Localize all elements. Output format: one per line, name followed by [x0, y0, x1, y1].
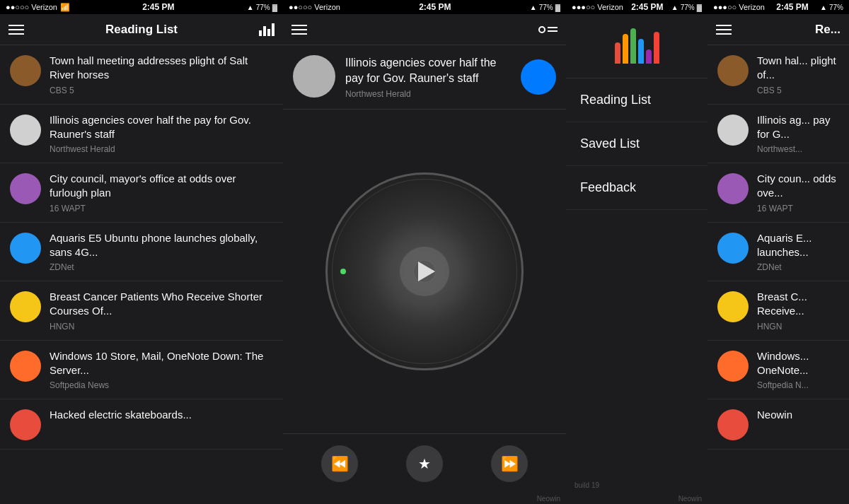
news-headline: Illinois agencies cover half the pay for…	[50, 113, 273, 142]
panel-reading: ●●○○○ Verizon 📶 2:45 PM ▲ 77% ▓ Reading …	[0, 0, 283, 504]
status-left-1: ●●○○○ Verizon 📶	[6, 3, 70, 12]
reading-list: Town hall meeting addresses plight of Sa…	[0, 45, 283, 504]
list-item[interactable]: City coun... odds ove... 16 WAPT	[708, 163, 849, 223]
list-item[interactable]: Illinois ag... pay for G... Northwest...	[708, 105, 849, 164]
wifi-icon-1: 📶	[60, 3, 70, 12]
neowin-badge-menu: Neowin	[566, 493, 708, 504]
bar-chart-icon[interactable]	[259, 23, 275, 36]
play-button[interactable]	[400, 247, 449, 296]
menu-item-feedback[interactable]: Feedback	[566, 166, 708, 210]
news-text: Aquaris E... launches... ZDNet	[757, 231, 839, 273]
avatar	[717, 291, 749, 322]
news-headline: Aquaris E... launches...	[757, 231, 839, 260]
list-item[interactable]: Hacked electric skateboards...	[0, 399, 283, 450]
status-bar-2: ●●○○○ Verizon 2:45 PM ▲ 77% ▓	[283, 0, 566, 14]
menu-items: Reading List Saved List Feedback	[566, 78, 708, 477]
news-source: HNGN	[50, 322, 273, 332]
avatar	[717, 55, 749, 86]
battery-icon-2: ▓	[555, 4, 560, 11]
news-source: ZDNet	[757, 262, 839, 272]
carrier-4: ●●●○○ Verizon	[713, 3, 765, 11]
news-source: CBS 5	[757, 86, 839, 95]
avatar	[717, 351, 749, 382]
bt-icon-2: ▲	[530, 4, 537, 11]
news-source: 16 WAPT	[757, 204, 839, 213]
news-text: City council, mayor's office at odds ove…	[50, 172, 273, 213]
logo-bar	[615, 42, 620, 64]
rewind-button[interactable]: ⏪	[321, 445, 358, 482]
battery-4: 77%	[829, 4, 843, 11]
news-source: HNGN	[757, 322, 839, 332]
panel-player: ●●○○○ Verizon 2:45 PM ▲ 77% ▓ Illinois a…	[283, 0, 566, 504]
menu-item-saved-list[interactable]: Saved List	[566, 122, 708, 166]
news-headline: Windows... OneNote...	[757, 349, 839, 378]
fast-forward-button[interactable]: ⏩	[491, 445, 528, 482]
player-controls: ⏪ ★ ⏩	[283, 433, 566, 493]
news-headline: Windows 10 Store, Mail, OneNote Down: Th…	[50, 349, 273, 378]
news-headline: Aquaris E5 Ubuntu phone launches globall…	[50, 231, 273, 260]
news-text: Illinois agencies cover half the pay for…	[50, 113, 273, 155]
avatar	[10, 55, 41, 86]
news-source: Softpedia News	[50, 380, 273, 390]
list-item[interactable]: City council, mayor's office at odds ove…	[0, 163, 283, 223]
news-headline: Illinois ag... pay for G...	[757, 113, 839, 142]
logo-bar	[623, 34, 628, 64]
news-text: Windows... OneNote... Softpedia N...	[757, 349, 839, 391]
avatar	[10, 351, 41, 382]
status-right-3: ▲ 77% ▓	[671, 4, 702, 11]
carrier-2: ●●○○○ Verizon	[289, 3, 340, 11]
view-toggle-icon[interactable]	[538, 26, 558, 33]
avatar	[10, 115, 41, 146]
bt-icon-4: ▲	[820, 4, 827, 11]
avatar	[10, 173, 41, 204]
news-text: Illinois ag... pay for G... Northwest...	[757, 113, 839, 155]
menu-button-2[interactable]	[291, 25, 307, 35]
news-source: Northwest Herald	[50, 144, 273, 154]
list-item[interactable]: Breast Cancer Patients Who Receive Short…	[0, 281, 283, 341]
status-right-1: ▲ 77% ▓	[247, 4, 277, 11]
list-item[interactable]: Aquaris E... launches... ZDNet	[708, 223, 849, 282]
nav-bar-2	[283, 14, 566, 45]
news-headline: Breast C... Receive...	[757, 290, 839, 319]
news-text: Neowin	[757, 408, 839, 425]
status-right-2: ▲ 77% ▓	[530, 4, 560, 11]
list-item[interactable]: Neowin	[708, 399, 849, 450]
avatar	[717, 409, 749, 440]
list-item[interactable]: Town hall meeting addresses plight of Sa…	[0, 45, 283, 105]
news-text: Breast Cancer Patients Who Receive Short…	[50, 290, 273, 332]
news-headline: Breast Cancer Patients Who Receive Short…	[50, 290, 273, 319]
list-item[interactable]: Aquaris E5 Ubuntu phone launches globall…	[0, 223, 283, 282]
nav-title-1: Reading List	[105, 23, 178, 37]
menu-button-4[interactable]	[716, 25, 732, 35]
news-source: Northwest...	[757, 144, 839, 154]
list-item[interactable]: Windows... OneNote... Softpedia N...	[708, 341, 849, 400]
panel-right-partial: ●●●○○ Verizon 2:45 PM ▲ 77% Re... Town h…	[708, 0, 849, 504]
nav-bar-4: Re...	[708, 14, 849, 45]
neowin-badge-player: Neowin	[283, 493, 566, 504]
carrier-3: ●●●○○ Verizon	[572, 3, 623, 11]
time-4: 2:45 PM	[776, 2, 808, 12]
star-button[interactable]: ★	[406, 445, 443, 482]
list-item[interactable]: Breast C... Receive... HNGN	[708, 281, 849, 341]
avatar	[717, 233, 749, 264]
nav-title-4: Re...	[815, 23, 841, 37]
list-item[interactable]: Town hal... plight of... CBS 5	[708, 45, 849, 105]
status-left-3: ●●●○○ Verizon	[572, 3, 623, 11]
logo-bar	[654, 32, 659, 64]
bt-icon-1: ▲	[247, 4, 254, 11]
news-source: Softpedia N...	[757, 380, 839, 390]
list-item[interactable]: Illinois agencies cover half the pay for…	[0, 105, 283, 164]
time-1: 2:45 PM	[142, 2, 174, 12]
menu-button-1[interactable]	[8, 25, 24, 35]
app-logo	[566, 14, 708, 78]
news-headline: Neowin	[757, 408, 839, 422]
menu-item-reading-list[interactable]: Reading List	[566, 78, 708, 122]
time-3: 2:45 PM	[631, 2, 663, 12]
player-source: Northwest Herald	[345, 89, 511, 99]
nav-bar-1: Reading List	[0, 14, 283, 45]
player-avatar	[293, 55, 335, 98]
player-article-header: Illinois agencies cover half the pay for…	[283, 45, 566, 110]
list-item[interactable]: Windows 10 Store, Mail, OneNote Down: Th…	[0, 341, 283, 400]
vinyl-disc	[325, 172, 524, 370]
news-source: 16 WAPT	[50, 204, 273, 213]
